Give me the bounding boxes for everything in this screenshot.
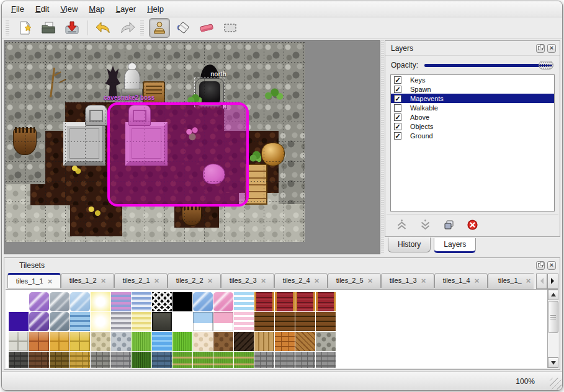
palette-tile[interactable] — [316, 352, 336, 368]
palette-tile[interactable] — [254, 292, 274, 311]
close-tab-icon[interactable]: × — [154, 277, 159, 285]
layer-visibility-checkbox[interactable]: ✓ — [394, 114, 401, 121]
menu-view[interactable]: View — [55, 2, 83, 16]
layer-row-ground[interactable]: ✓Ground — [391, 131, 554, 140]
palette-tile[interactable] — [9, 332, 29, 351]
palette-tile[interactable] — [132, 332, 151, 351]
map-selection-rectangle[interactable] — [107, 102, 249, 207]
palette-tile[interactable] — [295, 332, 315, 351]
palette-tile[interactable] — [70, 312, 90, 331]
scrollbar-thumb[interactable] — [548, 301, 558, 333]
tileset-tab-tiles_1_[interactable]: tiles_1_× — [488, 273, 534, 288]
palette-tile[interactable] — [213, 312, 233, 331]
palette-tile[interactable] — [132, 352, 151, 368]
palette-tile[interactable] — [111, 312, 131, 331]
save-map-button[interactable] — [61, 18, 83, 38]
layer-row-mapevents[interactable]: ✓Mapevents — [391, 94, 554, 103]
palette-tile[interactable] — [29, 292, 49, 311]
palette-tile[interactable] — [193, 332, 213, 351]
palette-tile[interactable] — [295, 352, 315, 368]
palette-tile[interactable] — [70, 332, 90, 351]
palette-tile[interactable] — [275, 332, 295, 351]
close-panel-button[interactable]: × — [547, 44, 556, 53]
scroll-down-button[interactable] — [548, 357, 558, 368]
palette-tile[interactable] — [29, 312, 49, 331]
palette-tile[interactable] — [275, 292, 295, 311]
palette-tile[interactable] — [234, 352, 254, 368]
float-panel-button[interactable] — [536, 44, 545, 53]
palette-tile[interactable] — [70, 292, 90, 311]
palette-tile[interactable] — [50, 312, 69, 331]
close-tab-icon[interactable]: × — [421, 277, 426, 285]
layer-row-keys[interactable]: ✓Keys — [391, 75, 554, 84]
menu-edit[interactable]: Edit — [30, 2, 55, 16]
palette-tile[interactable] — [172, 352, 192, 368]
palette-tile[interactable] — [193, 352, 213, 368]
close-tab-icon[interactable]: × — [315, 277, 320, 285]
menu-layer[interactable]: Layer — [110, 2, 142, 16]
delete-layer-button[interactable] — [465, 217, 480, 232]
palette-tile[interactable] — [152, 352, 172, 368]
dock-tab-layers[interactable]: Layers — [434, 238, 476, 253]
menu-help[interactable]: Help — [141, 2, 169, 16]
duplicate-layer-button[interactable] — [441, 217, 456, 232]
tileset-tab-tiles_1_4[interactable]: tiles_1_4× — [434, 273, 488, 288]
tileset-tab-tiles_2_3[interactable]: tiles_2_3× — [221, 273, 274, 288]
scroll-up-button[interactable] — [548, 290, 558, 300]
layer-row-objects[interactable]: ✓Objects — [391, 122, 554, 131]
palette-tile[interactable] — [152, 292, 172, 311]
layer-visibility-checkbox[interactable]: ✓ — [394, 86, 401, 93]
select-tool-button[interactable] — [220, 18, 241, 38]
layer-visibility-checkbox[interactable]: ✓ — [394, 76, 401, 84]
palette-tile[interactable] — [213, 352, 233, 368]
close-tab-icon[interactable]: × — [526, 277, 531, 285]
opacity-slider-handle[interactable] — [539, 61, 553, 69]
scroll-tabs-left-button[interactable] — [536, 274, 547, 289]
palette-tile[interactable] — [172, 332, 192, 351]
palette-tile[interactable] — [91, 352, 110, 368]
layer-row-walkable[interactable]: Walkable — [391, 103, 554, 112]
close-tab-icon[interactable]: × — [261, 277, 266, 285]
palette-tile[interactable] — [295, 292, 315, 311]
tileset-tab-tiles_1_2[interactable]: tiles_1_2× — [61, 273, 114, 288]
palette-tile[interactable] — [29, 352, 49, 368]
palette-tile[interactable] — [91, 332, 110, 351]
toolbar-drag-grip[interactable] — [6, 20, 9, 36]
palette-tile[interactable] — [254, 352, 274, 368]
palette-tile[interactable] — [91, 312, 110, 331]
palette-tile[interactable] — [172, 292, 192, 311]
tileset-tab-tiles_2_4[interactable]: tiles_2_4× — [274, 273, 328, 288]
palette-tile[interactable] — [193, 312, 213, 331]
tileset-tab-tiles_2_1[interactable]: tiles_2_1× — [114, 273, 168, 288]
palette-tile[interactable] — [316, 332, 336, 351]
close-tab-icon[interactable]: × — [368, 277, 373, 285]
tileset-tab-tiles_1_3[interactable]: tiles_1_3× — [381, 273, 434, 288]
palette-tile[interactable] — [50, 352, 69, 368]
palette-tile[interactable] — [316, 292, 336, 311]
palette-tile[interactable] — [213, 292, 233, 311]
palette-tile[interactable] — [213, 332, 233, 351]
palette-tile[interactable] — [111, 352, 131, 368]
palette-tile[interactable] — [193, 292, 213, 311]
float-panel-button[interactable] — [536, 261, 545, 270]
palette-tile[interactable] — [316, 312, 336, 331]
palette-tile[interactable] — [91, 292, 110, 311]
close-tab-icon[interactable]: × — [101, 277, 106, 285]
menu-file[interactable]: File — [6, 2, 30, 16]
palette-tile[interactable] — [70, 352, 90, 368]
fill-tool-button[interactable] — [172, 18, 194, 38]
palette-tile[interactable] — [234, 312, 254, 331]
tileset-tab-tiles_2_2[interactable]: tiles_2_2× — [168, 273, 221, 288]
stamp-tool-button[interactable] — [149, 18, 170, 38]
redo-button[interactable] — [117, 18, 138, 38]
undo-button[interactable] — [93, 18, 114, 38]
eraser-tool-button[interactable] — [196, 18, 217, 38]
opacity-slider[interactable] — [424, 60, 553, 71]
palette-tile[interactable] — [254, 332, 274, 351]
palette-tile[interactable] — [132, 312, 151, 331]
palette-tile[interactable] — [50, 332, 69, 351]
palette-tile[interactable] — [50, 292, 69, 311]
tileset-tab-tiles_1_1[interactable]: tiles_1_1× — [7, 273, 61, 288]
palette-tile[interactable] — [132, 292, 151, 311]
layer-visibility-checkbox[interactable]: ✓ — [394, 95, 401, 102]
